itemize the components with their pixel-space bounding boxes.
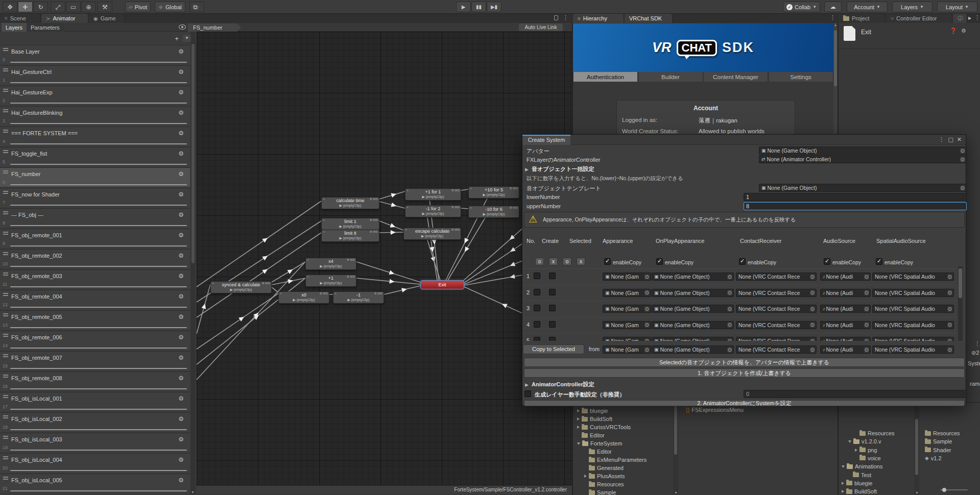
- asset-sample[interactable]: Sample: [925, 437, 952, 445]
- right-tree-scrollbar[interactable]: ▼: [914, 404, 919, 494]
- drag-handle-icon[interactable]: [3, 477, 8, 480]
- expand-arrow-icon[interactable]: [855, 449, 857, 452]
- state-node[interactable]: +B WD-10 for 6▶ (emptyClip): [468, 206, 519, 218]
- state-node[interactable]: +B WDx0▶ (emptyClip): [278, 291, 329, 304]
- layer-weight-bar[interactable]: [10, 205, 187, 206]
- layer-gear-icon[interactable]: ⚙: [178, 211, 184, 218]
- layer-row[interactable]: Hai_GestureBlinking3⚙: [0, 106, 190, 126]
- object-picker-icon[interactable]: ⊙: [727, 274, 732, 280]
- breadcrumb[interactable]: FS_number: [188, 23, 237, 32]
- grid-snap-icon[interactable]: ⧉⠆: [189, 2, 204, 12]
- object-field[interactable]: ▣None (Game Object)⊙: [652, 305, 734, 313]
- layer-row[interactable]: FS_obj_isLocal_00319⚙: [0, 433, 190, 452]
- layer-weight-bar[interactable]: [10, 368, 187, 369]
- object-field[interactable]: ♪None (Audi⊙: [820, 337, 871, 341]
- expand-arrow-icon[interactable]: [584, 475, 587, 478]
- layer-weight-bar[interactable]: [10, 348, 187, 349]
- animator-subtab-layers[interactable]: Layers: [2, 23, 27, 32]
- vrchat-nav-builder[interactable]: Builder: [639, 72, 703, 82]
- layer-weight-bar[interactable]: [10, 123, 187, 124]
- object-field[interactable]: ♪None (Audi⊙: [820, 321, 871, 329]
- vrchat-menu-icon[interactable]: ⋮: [830, 14, 835, 21]
- object-field[interactable]: ♪None (Audi⊙: [820, 305, 871, 313]
- object-picker-icon[interactable]: ⊙: [810, 347, 815, 353]
- asset-resources[interactable]: Resources: [925, 429, 960, 437]
- layer-weight-bar[interactable]: [10, 266, 187, 267]
- vrchat-nav-authentication[interactable]: Authentication: [573, 72, 638, 82]
- tab-scroll-icon[interactable]: ▶: [968, 16, 971, 20]
- layer-weight-bar[interactable]: [10, 327, 187, 328]
- object-picker-icon[interactable]: ⊙: [864, 306, 869, 312]
- layer-gear-icon[interactable]: ⚙: [178, 375, 184, 382]
- layer-gear-icon[interactable]: ⚙: [178, 89, 184, 96]
- layer-row[interactable]: --- FS_obj ---8⚙: [0, 208, 190, 228]
- layer-gear-icon[interactable]: ⚙: [178, 191, 184, 198]
- drag-handle-icon[interactable]: [3, 354, 8, 357]
- foldout-arrow-icon[interactable]: ▶: [525, 382, 529, 387]
- lock-icon[interactable]: [554, 15, 558, 20]
- state-node[interactable]: +B WDsynced & calculate▶ (emptyClip): [210, 281, 272, 293]
- expand-arrow-icon[interactable]: [577, 409, 580, 412]
- layer-weight-bar[interactable]: [10, 286, 187, 287]
- expand-arrow-icon[interactable]: [577, 426, 580, 429]
- layer-gear-icon[interactable]: ⚙: [178, 436, 184, 443]
- object-picker-icon[interactable]: ⊙: [947, 338, 952, 341]
- tree-item-editor[interactable]: Editor: [577, 431, 605, 439]
- layer-gear-icon[interactable]: ⚙: [178, 150, 184, 157]
- object-picker-icon[interactable]: ⊙: [810, 322, 815, 328]
- object-picker-icon[interactable]: ⊙: [644, 306, 650, 312]
- expand-arrow-icon[interactable]: [848, 440, 851, 443]
- scale-tool-icon[interactable]: ⤢: [51, 2, 65, 12]
- tree-item-fortesystem[interactable]: ForteSystem: [577, 439, 622, 448]
- object-picker-icon[interactable]: ⊙: [864, 322, 869, 328]
- asset-v1.2[interactable]: ◈v1.2: [925, 454, 942, 462]
- layers-scrollbar[interactable]: ▼: [191, 32, 195, 495]
- auto-live-link-button[interactable]: Auto Live Link: [519, 23, 563, 31]
- tab-game[interactable]: ◉Game: [89, 14, 125, 23]
- layer-weight-bar[interactable]: [10, 450, 187, 451]
- selected-checkbox[interactable]: [549, 305, 556, 311]
- layer-options-dropdown[interactable]: ▼: [183, 35, 191, 42]
- object-field[interactable]: None (VRC Spatial Audio⊙: [872, 289, 954, 297]
- object-field[interactable]: None (VRC Contact Rece⊙: [736, 337, 817, 341]
- global-toggle[interactable]: 🜨 Global: [155, 2, 185, 12]
- tab-scene[interactable]: ⌗Scene: [0, 14, 41, 23]
- overwrite-button[interactable]: Selectedの音オブジェクトの情報を、アバターの情報で上書きする: [524, 358, 965, 367]
- object-field[interactable]: None (VRC Spatial Audio⊙: [872, 273, 954, 281]
- drag-handle-icon[interactable]: [3, 68, 8, 71]
- tree-item-bluegie[interactable]: bluegie: [842, 479, 872, 487]
- object-field[interactable]: ▣None (Gam⊙: [603, 305, 651, 313]
- selected-checkbox[interactable]: [549, 321, 556, 328]
- layer-gear-icon[interactable]: ⚙: [178, 395, 184, 402]
- state-node[interactable]: +B WDlimit 8▶ (emptyClip): [321, 230, 379, 242]
- state-node[interactable]: +B WDx4▶ (emptyClip): [305, 258, 356, 270]
- mid-asset-pane[interactable]: {} FSExpressionsMenu: [679, 403, 838, 495]
- object-picker-icon[interactable]: ⊙: [727, 322, 732, 328]
- object-picker-icon[interactable]: ⊙: [727, 338, 732, 341]
- mid-tree-scrollbar[interactable]: ▼: [673, 404, 678, 494]
- tree-item-buildsoft[interactable]: BuildSoft: [842, 487, 877, 495]
- layer-weight-bar[interactable]: [10, 388, 187, 389]
- object-picker-icon[interactable]: ⊙: [810, 290, 815, 295]
- object-field[interactable]: ♪None (Audi⊙: [820, 289, 871, 297]
- layer-weight-bar[interactable]: [10, 245, 187, 246]
- state-node[interactable]: +B WDlimit 1▶ (emptyClip): [321, 218, 379, 230]
- tab-inspector-partial[interactable]: ⓘ: [953, 14, 967, 23]
- state-node[interactable]: +B WDcalculate time▶ (emptyClip): [321, 197, 379, 209]
- step1-button[interactable]: 1. 音オブジェクトを作成/上書きする: [524, 368, 965, 378]
- layer-row[interactable]: Base Layer0⚙: [0, 45, 190, 64]
- layer-weight-bar[interactable]: [10, 490, 187, 491]
- layer-gear-icon[interactable]: ⚙: [178, 109, 184, 116]
- object-picker-icon[interactable]: ⊙: [644, 347, 650, 353]
- create-checkbox[interactable]: [534, 273, 540, 279]
- layer-gear-icon[interactable]: ⚙: [178, 48, 184, 55]
- drag-handle-icon[interactable]: [3, 170, 8, 174]
- object-field[interactable]: ♪None (Audi⊙: [820, 345, 871, 354]
- expand-arrow-icon[interactable]: [842, 482, 844, 485]
- gear-icon[interactable]: ⚙: [961, 28, 966, 34]
- tree-item-v1.2.0.v[interactable]: v1.2.0.v: [848, 437, 881, 445]
- scroll-up-icon[interactable]: ▲: [834, 23, 837, 27]
- vrchat-nav-content-manager[interactable]: Content Manager: [704, 72, 768, 82]
- drag-handle-icon[interactable]: [3, 334, 8, 337]
- expand-arrow-icon[interactable]: [842, 490, 844, 493]
